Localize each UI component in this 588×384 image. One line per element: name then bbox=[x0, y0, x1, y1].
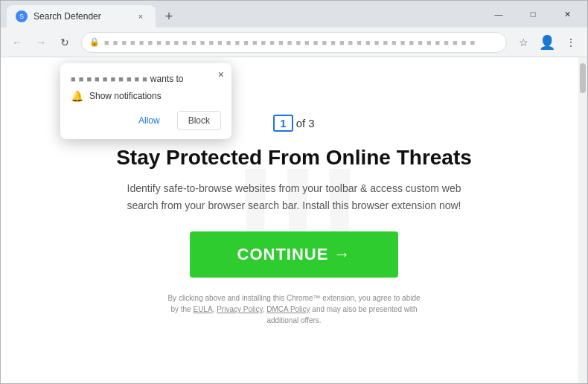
new-tab-button[interactable]: + bbox=[159, 6, 179, 27]
wants-to-label: wants to bbox=[150, 74, 184, 84]
notification-popup: × ■ ■ ■ ■ ■ ■ ■ ■ ■ ■ wants to 🔔 Show no… bbox=[60, 63, 231, 139]
browser-toolbar: ← → ↻ 🔒 ■ ■ ■ ■ ■ ■ ■ ■ ■ ■ ■ ■ ■ ■ ■ ■ … bbox=[1, 28, 587, 57]
privacy-policy-link[interactable]: Privacy Policy bbox=[217, 305, 263, 313]
popup-action-buttons: Allow Block bbox=[71, 111, 221, 130]
refresh-button[interactable]: ↻ bbox=[54, 32, 75, 53]
notification-row: 🔔 Show notifications bbox=[71, 90, 221, 102]
tab-close-button[interactable]: × bbox=[135, 10, 147, 22]
account-button[interactable]: 👤 bbox=[537, 32, 557, 53]
block-button[interactable]: Block bbox=[177, 111, 221, 130]
bell-icon: 🔔 bbox=[71, 90, 83, 102]
tab-favicon: S bbox=[16, 10, 28, 22]
maximize-button[interactable]: □ bbox=[516, 4, 550, 25]
window-controls: — □ ✕ bbox=[482, 1, 587, 25]
dmca-policy-link[interactable]: DMCA Policy bbox=[266, 305, 310, 313]
step-indicator: 1 of 3 bbox=[273, 115, 314, 132]
page-subheading: Identify safe-to-browse websites from yo… bbox=[115, 180, 473, 214]
address-bar[interactable]: 🔒 ■ ■ ■ ■ ■ ■ ■ ■ ■ ■ ■ ■ ■ ■ ■ ■ ■ ■ ■ … bbox=[81, 32, 507, 53]
close-button[interactable]: ✕ bbox=[550, 4, 584, 25]
eula-link[interactable]: EULA bbox=[193, 305, 212, 313]
continue-button[interactable]: CONTINUE → bbox=[190, 231, 398, 278]
tab-bar: S Search Defender × + — □ ✕ bbox=[1, 1, 587, 28]
back-button[interactable]: ← bbox=[7, 32, 28, 53]
popup-close-button[interactable]: × bbox=[218, 69, 224, 80]
lock-icon: 🔒 bbox=[89, 37, 100, 47]
page-heading: Stay Protected From Online Threats bbox=[116, 145, 472, 170]
show-notifications-label: Show notifications bbox=[89, 91, 162, 101]
allow-button[interactable]: Allow bbox=[127, 111, 171, 130]
step-of-text: of 3 bbox=[296, 117, 315, 129]
url-text: ■ ■ ■ ■ ■ ■ ■ ■ ■ ■ ■ ■ ■ ■ ■ ■ ■ ■ ■ ■ … bbox=[104, 38, 499, 47]
legal-text: By clicking above and installing this Ch… bbox=[164, 292, 424, 326]
minimize-button[interactable]: — bbox=[482, 4, 516, 25]
bookmark-star-button[interactable]: ☆ bbox=[513, 32, 534, 53]
tab-title: Search Defender bbox=[33, 11, 129, 22]
chrome-menu-button[interactable]: ⋮ bbox=[560, 32, 581, 53]
step-number: 1 bbox=[273, 115, 293, 132]
forward-button[interactable]: → bbox=[31, 32, 51, 53]
page-content: !!! × ■ ■ ■ ■ ■ ■ ■ ■ ■ ■ wants to 🔔 Sho… bbox=[1, 57, 587, 383]
chrome-window: S Search Defender × + — □ ✕ ← → ↻ 🔒 ■ ■ … bbox=[0, 0, 588, 384]
active-tab[interactable]: S Search Defender × bbox=[7, 5, 156, 28]
popup-wants-text: ■ ■ ■ ■ ■ ■ ■ ■ ■ ■ wants to bbox=[71, 74, 221, 84]
